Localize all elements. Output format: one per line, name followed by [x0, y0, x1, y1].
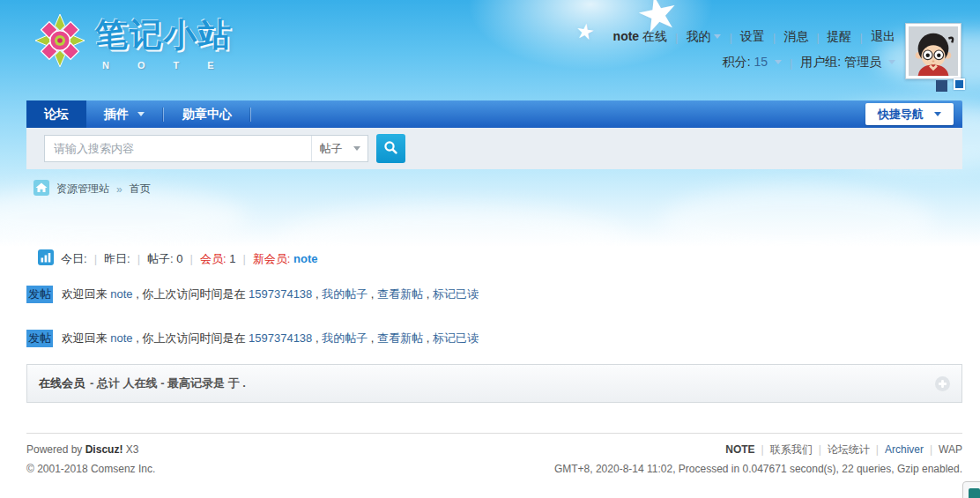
forum-stats-row: 今日: | 昨日: | 帖子: 0 | 会员: 1 | 新会员: note [38, 249, 317, 268]
separator: , [371, 287, 377, 301]
usergroup-dropdown[interactable]: 用户组: 管理员 [800, 55, 895, 71]
separator: , [371, 331, 377, 345]
settings-link[interactable]: 设置 [740, 29, 765, 45]
welcome-text: , 你上次访问时间是在 [136, 287, 249, 301]
expand-icon[interactable] [935, 376, 950, 391]
forum-stats-link[interactable]: 论坛统计 [828, 443, 870, 456]
chevron-down-icon [775, 60, 782, 64]
separator: , [427, 331, 433, 345]
online-members-text: - 总计 人在线 - 最高记录是 于 . [90, 375, 246, 391]
online-status: 在线 [642, 29, 667, 43]
view-new-posts-link[interactable]: 查看新帖 [377, 331, 423, 345]
my-posts-link[interactable]: 我的帖子 [322, 287, 368, 301]
welcome-line-1: 发帖 欢迎回来 note , 你上次访问时间是在 1597374138 , 我的… [26, 286, 479, 303]
new-member-link[interactable]: note [293, 252, 317, 265]
my-posts-link[interactable]: 我的帖子 [322, 331, 368, 345]
search-icon [383, 140, 398, 158]
separator: | [876, 443, 879, 456]
discuz-link[interactable]: Discuz! [85, 443, 123, 456]
nav-divider [163, 108, 164, 122]
nav-tab-medals[interactable]: 勋章中心 [165, 100, 249, 128]
search-scope-select[interactable]: 帖子 [311, 136, 368, 161]
search-button[interactable] [376, 134, 405, 163]
theme-switch-dark[interactable] [936, 80, 947, 92]
stat-posts: 帖子: 0 [147, 251, 182, 267]
wap-link[interactable]: WAP [939, 443, 962, 456]
corner-widget-button[interactable] [962, 481, 980, 498]
credits-value: 15 [754, 55, 768, 69]
copyright: © 2001-2018 Comsenz Inc. [26, 459, 155, 479]
site-subtitle: NOTE [95, 60, 242, 71]
powered-by-line: Powered by Discuz! X3 [26, 440, 155, 459]
stat-today: 今日: [61, 251, 87, 267]
logout-link[interactable]: 退出 [871, 29, 895, 45]
separator: | [94, 252, 97, 265]
mark-read-link[interactable]: 标记已读 [433, 287, 479, 301]
theme-switch-blue[interactable] [954, 78, 965, 90]
post-badge[interactable]: 发帖 [26, 330, 53, 347]
post-badge[interactable]: 发帖 [26, 286, 53, 303]
stat-members-value: 1 [229, 252, 235, 265]
archiver-link[interactable]: Archiver [885, 443, 924, 456]
stat-newmember: 新会员: note [253, 251, 318, 267]
breadcrumb: 资源管理站 » 首页 [33, 180, 151, 198]
separator: | [790, 56, 792, 70]
search-input[interactable] [45, 136, 311, 161]
chevron-down-icon [888, 60, 895, 64]
nav-tab-forum[interactable]: 论坛 [26, 100, 86, 128]
search-bar: 帖子 [26, 128, 962, 169]
widget-icon [969, 488, 980, 498]
messages-link[interactable]: 消息 [783, 29, 808, 45]
online-members-box: 在线会员 - 总计 人在线 - 最高记录是 于 . [26, 364, 962, 403]
separator: | [137, 252, 140, 265]
avatar[interactable] [905, 23, 961, 79]
online-members-title[interactable]: 在线会员 [39, 375, 85, 391]
user-info-row: 积分: 15 | 用户组: 管理员 [723, 55, 895, 71]
my-menu[interactable]: 我的 [686, 29, 721, 45]
logo-flower-icon [35, 13, 85, 71]
stat-yesterday: 昨日: [104, 251, 130, 267]
nav-divider [250, 108, 251, 122]
site-logo[interactable]: 笔记小站 NOTE [35, 13, 242, 71]
chevron-down-icon [934, 112, 941, 116]
nav-tab-plugins[interactable]: 插件 [86, 100, 162, 128]
stat-members: 会员: 1 [200, 251, 235, 267]
home-icon[interactable] [33, 180, 49, 198]
separator: | [816, 31, 819, 44]
credits-dropdown[interactable]: 积分: 15 [723, 55, 782, 71]
cloud [282, 204, 626, 273]
breadcrumb-separator: » [116, 183, 122, 196]
stat-posts-value: 0 [176, 252, 182, 265]
separator: | [930, 443, 932, 456]
footer-info: GMT+8, 2020-8-14 11:02, Processed in 0.0… [554, 459, 962, 479]
username-link[interactable]: note [613, 29, 640, 43]
last-visit-timestamp: 1597374138 [249, 331, 312, 345]
welcome-username-link[interactable]: note [110, 287, 132, 301]
footer: Powered by Discuz! X3 © 2001-2018 Comsen… [26, 433, 962, 479]
quick-nav-button[interactable]: 快捷导航 [865, 103, 954, 125]
mark-read-link[interactable]: 标记已读 [433, 331, 479, 345]
search-box: 帖子 [44, 135, 368, 162]
separator: | [860, 31, 863, 44]
separator: | [819, 443, 821, 456]
chevron-down-icon [714, 34, 721, 39]
footer-site-link[interactable]: NOTE [725, 443, 754, 456]
welcome-line-2: 发帖 欢迎回来 note , 你上次访问时间是在 1597374138 , 我的… [26, 330, 479, 347]
welcome-username-link[interactable]: note [110, 331, 132, 345]
breadcrumb-site-link[interactable]: 资源管理站 [56, 182, 109, 197]
welcome-text: , 你上次访问时间是在 [136, 331, 249, 345]
chevron-down-icon [137, 112, 145, 116]
contact-link[interactable]: 联系我们 [770, 443, 813, 456]
view-new-posts-link[interactable]: 查看新帖 [377, 287, 423, 301]
main-nav: 论坛 插件 勋章中心 快捷导航 [26, 100, 962, 128]
separator: | [242, 252, 245, 265]
separator: | [729, 31, 731, 44]
separator: | [190, 252, 193, 265]
separator: | [773, 31, 776, 44]
user-menu-row: note 在线 | 我的 | 设置 | 消息 | 提醒 | 退出 [613, 29, 895, 45]
reminders-link[interactable]: 提醒 [828, 29, 852, 45]
footer-links: NOTE|联系我们|论坛统计|Archiver|WAP [554, 440, 962, 459]
welcome-text: 欢迎回来 [62, 287, 111, 301]
site-title: 笔记小站 [95, 13, 242, 57]
separator: | [761, 443, 764, 456]
